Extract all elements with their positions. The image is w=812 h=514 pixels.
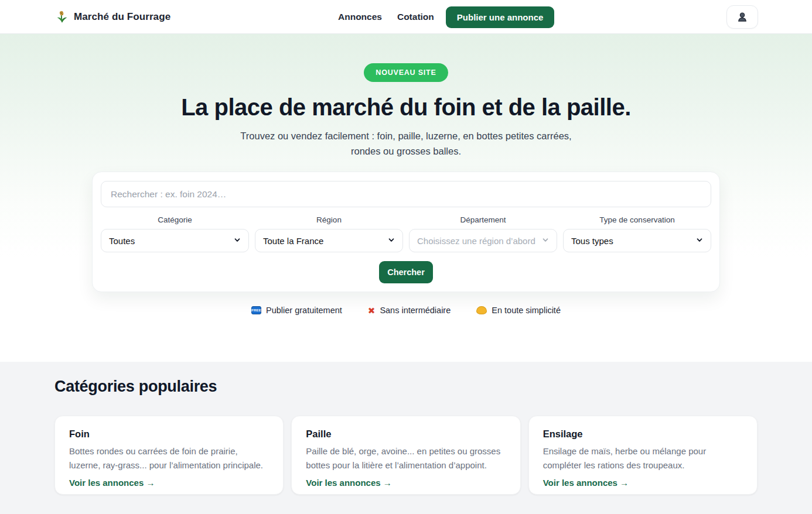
nav-link-cotation[interactable]: Cotation [397,12,434,22]
card-title: Paille [306,429,506,440]
see-listings-link[interactable]: Voir les annonces → [543,478,629,488]
hero-title: La place de marché du foin et de la pail… [181,94,631,121]
filter-category-label: Catégorie [101,215,249,224]
account-button[interactable] [726,5,758,29]
feature-no-middleman-label: Sans intermédiaire [380,306,451,315]
categories-heading: Catégories populaires [54,378,758,396]
hero-subtitle: Trouvez ou vendez facilement : foin, pai… [240,128,571,159]
popular-categories-section: Catégories populaires Foin Bottes rondes… [0,362,812,514]
chevron-down-icon [696,235,703,246]
chevron-down-icon [542,235,549,246]
filter-region: Région Toute la France [255,215,403,252]
filter-conservation: Type de conservation Tous types [563,215,711,252]
departement-select-value: Choisissez une région d’abord [417,236,542,246]
hero-subtitle-line1: Trouvez ou vendez facilement : foin, pai… [240,131,571,141]
category-card-paille: Paille Paille de blé, orge, avoine... en… [291,416,520,495]
feature-free: FREE Publier gratuitement [251,306,342,315]
card-description: Paille de blé, orge, avoine... en petite… [306,444,506,472]
publish-announcement-button[interactable]: Publier une annonce [446,6,555,28]
search-card: Catégorie Toutes Région Toute la France [92,172,720,292]
departement-select: Choisissez une région d’abord [409,229,557,252]
conservation-select-value: Tous types [571,236,696,246]
region-select[interactable]: Toute la France [255,229,403,252]
features-row: FREE Publier gratuitement ✖ Sans intermé… [251,306,561,315]
brand-name: Marché du Fourrage [74,11,170,23]
new-site-badge: NOUVEAU SITE [364,63,448,82]
brand[interactable]: Marché du Fourrage [56,0,170,34]
hero-subtitle-line2: rondes ou grosses balles. [351,146,461,156]
filter-category: Catégorie Toutes [101,215,249,252]
region-select-value: Toute la France [263,236,388,246]
search-submit-button[interactable]: Chercher [379,261,433,283]
filter-departement: Département Choisissez une région d’abor… [409,215,557,252]
cross-mark-icon: ✖ [368,306,376,315]
free-badge-icon: FREE [251,306,261,314]
chevron-down-icon [234,235,241,246]
card-description: Bottes rondes ou carrées de foin de prai… [69,444,269,472]
see-listings-link[interactable]: Voir les annonces → [69,478,155,488]
nav-link-annonces[interactable]: Annonces [338,12,382,22]
hero-section: NOUVEAU SITE La place de marché du foin … [0,34,812,362]
category-select[interactable]: Toutes [101,229,249,252]
card-title: Foin [69,429,269,440]
person-bust-icon [736,11,748,23]
feature-simplicity-label: En toute simplicité [492,306,561,315]
header: Marché du Fourrage Annonces Cotation Pub… [0,0,812,34]
filter-region-label: Région [255,215,403,224]
feature-simplicity: En toute simplicité [476,306,561,315]
category-card-foin: Foin Bottes rondes ou carrées de foin de… [54,416,284,495]
see-listings-link[interactable]: Voir les annonces → [306,478,391,488]
category-cards: Foin Bottes rondes ou carrées de foin de… [54,416,758,495]
search-input[interactable] [101,181,711,207]
handshake-icon [476,306,487,314]
search-filters: Catégorie Toutes Région Toute la France [101,215,711,252]
feature-no-middleman: ✖ Sans intermédiaire [368,306,451,315]
card-title: Ensilage [543,429,743,440]
conservation-select[interactable]: Tous types [563,229,711,252]
filter-conservation-label: Type de conservation [563,215,711,224]
card-description: Ensilage de maïs, herbe ou mélange pour … [543,444,743,472]
main-nav: Annonces Cotation Publier une annonce [338,0,554,34]
feature-free-label: Publier gratuitement [266,306,342,315]
filter-departement-label: Département [409,215,557,224]
wheat-sheaf-icon [56,11,69,23]
category-select-value: Toutes [109,236,234,246]
category-card-ensilage: Ensilage Ensilage de maïs, herbe ou méla… [528,416,758,495]
chevron-down-icon [388,235,395,246]
